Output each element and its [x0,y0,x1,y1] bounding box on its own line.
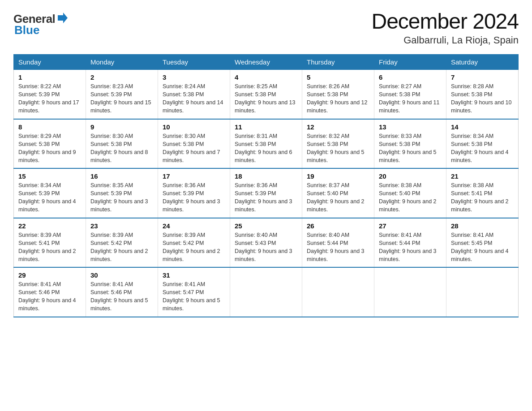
calendar-cell: 1 Sunrise: 8:22 AMSunset: 5:39 PMDayligh… [14,70,86,119]
day-info: Sunrise: 8:39 AMSunset: 5:42 PMDaylight:… [90,231,153,264]
day-info: Sunrise: 8:27 AMSunset: 5:38 PMDaylight:… [379,82,442,115]
day-number: 11 [235,123,297,131]
svg-marker-0 [58,13,68,23]
day-number: 31 [163,271,225,279]
calendar-subtitle: Galbarruli, La Rioja, Spain [371,34,519,46]
calendar-cell: 4 Sunrise: 8:25 AMSunset: 5:38 PMDayligh… [230,70,302,119]
calendar-cell: 29 Sunrise: 8:41 AMSunset: 5:46 PMDaylig… [14,267,86,317]
day-number: 8 [18,123,81,131]
day-info: Sunrise: 8:23 AMSunset: 5:39 PMDaylight:… [90,82,153,115]
day-number: 17 [163,172,225,180]
day-number: 13 [379,123,442,131]
day-info: Sunrise: 8:22 AMSunset: 5:39 PMDaylight:… [18,82,81,115]
calendar-cell [230,267,302,317]
calendar-cell: 5 Sunrise: 8:26 AMSunset: 5:38 PMDayligh… [302,70,374,119]
day-number: 10 [163,123,225,131]
title-block: December 2024 Galbarruli, La Rioja, Spai… [371,9,519,46]
day-info: Sunrise: 8:38 AMSunset: 5:41 PMDaylight:… [451,181,514,214]
calendar-week-row: 8 Sunrise: 8:29 AMSunset: 5:38 PMDayligh… [14,119,519,169]
calendar-title: December 2024 [371,9,519,34]
day-number: 27 [379,222,442,230]
calendar-cell: 15 Sunrise: 8:34 AMSunset: 5:39 PMDaylig… [14,168,86,218]
column-header-wednesday: Wednesday [230,55,302,70]
calendar-cell: 27 Sunrise: 8:41 AMSunset: 5:44 PMDaylig… [374,218,446,268]
calendar-cell: 6 Sunrise: 8:27 AMSunset: 5:38 PMDayligh… [374,70,446,119]
day-number: 20 [379,172,442,180]
day-info: Sunrise: 8:38 AMSunset: 5:40 PMDaylight:… [379,181,442,214]
calendar-cell: 16 Sunrise: 8:35 AMSunset: 5:39 PMDaylig… [86,168,158,218]
calendar-cell: 3 Sunrise: 8:24 AMSunset: 5:38 PMDayligh… [158,70,230,119]
day-number: 15 [18,172,81,180]
calendar-cell: 25 Sunrise: 8:40 AMSunset: 5:43 PMDaylig… [230,218,302,268]
day-number: 30 [90,271,153,279]
calendar-cell: 12 Sunrise: 8:32 AMSunset: 5:38 PMDaylig… [302,119,374,169]
calendar-cell: 28 Sunrise: 8:41 AMSunset: 5:45 PMDaylig… [446,218,519,268]
day-number: 4 [235,73,297,81]
calendar-cell: 2 Sunrise: 8:23 AMSunset: 5:39 PMDayligh… [86,70,158,119]
calendar-cell [302,267,374,317]
day-info: Sunrise: 8:39 AMSunset: 5:41 PMDaylight:… [18,231,81,264]
column-header-monday: Monday [86,55,158,70]
calendar-cell [446,267,519,317]
calendar-cell: 11 Sunrise: 8:31 AMSunset: 5:38 PMDaylig… [230,119,302,169]
day-number: 5 [307,73,369,81]
day-info: Sunrise: 8:30 AMSunset: 5:38 PMDaylight:… [163,132,225,165]
day-number: 22 [18,222,81,230]
day-info: Sunrise: 8:30 AMSunset: 5:38 PMDaylight:… [90,132,153,165]
day-info: Sunrise: 8:24 AMSunset: 5:38 PMDaylight:… [163,82,225,115]
calendar-cell: 21 Sunrise: 8:38 AMSunset: 5:41 PMDaylig… [446,168,519,218]
calendar-week-row: 1 Sunrise: 8:22 AMSunset: 5:39 PMDayligh… [14,70,519,119]
logo-arrow-icon [56,12,69,24]
column-header-saturday: Saturday [446,55,519,70]
day-number: 1 [18,73,81,81]
day-info: Sunrise: 8:35 AMSunset: 5:39 PMDaylight:… [90,181,153,214]
day-info: Sunrise: 8:41 AMSunset: 5:45 PMDaylight:… [451,231,514,264]
calendar-cell: 13 Sunrise: 8:33 AMSunset: 5:38 PMDaylig… [374,119,446,169]
day-number: 14 [451,123,514,131]
day-info: Sunrise: 8:40 AMSunset: 5:43 PMDaylight:… [235,231,297,264]
day-number: 7 [451,73,514,81]
calendar-cell: 22 Sunrise: 8:39 AMSunset: 5:41 PMDaylig… [14,218,86,268]
day-number: 24 [163,222,225,230]
day-number: 26 [307,222,369,230]
calendar-cell: 8 Sunrise: 8:29 AMSunset: 5:38 PMDayligh… [14,119,86,169]
calendar-cell: 26 Sunrise: 8:40 AMSunset: 5:44 PMDaylig… [302,218,374,268]
day-info: Sunrise: 8:36 AMSunset: 5:39 PMDaylight:… [163,181,225,214]
calendar-cell: 24 Sunrise: 8:39 AMSunset: 5:42 PMDaylig… [158,218,230,268]
calendar-cell: 10 Sunrise: 8:30 AMSunset: 5:38 PMDaylig… [158,119,230,169]
day-info: Sunrise: 8:33 AMSunset: 5:38 PMDaylight:… [379,132,442,165]
day-info: Sunrise: 8:34 AMSunset: 5:38 PMDaylight:… [451,132,514,165]
calendar-header-row: SundayMondayTuesdayWednesdayThursdayFrid… [14,55,519,70]
logo: General Blue [13,13,69,36]
day-number: 19 [307,172,369,180]
calendar-cell: 9 Sunrise: 8:30 AMSunset: 5:38 PMDayligh… [86,119,158,169]
day-number: 28 [451,222,514,230]
day-info: Sunrise: 8:41 AMSunset: 5:46 PMDaylight:… [90,280,153,313]
day-info: Sunrise: 8:25 AMSunset: 5:38 PMDaylight:… [235,82,297,115]
day-info: Sunrise: 8:41 AMSunset: 5:44 PMDaylight:… [379,231,442,264]
day-number: 18 [235,172,297,180]
day-info: Sunrise: 8:41 AMSunset: 5:46 PMDaylight:… [18,280,81,313]
day-info: Sunrise: 8:39 AMSunset: 5:42 PMDaylight:… [163,231,225,264]
day-info: Sunrise: 8:41 AMSunset: 5:47 PMDaylight:… [163,280,225,313]
calendar-cell: 31 Sunrise: 8:41 AMSunset: 5:47 PMDaylig… [158,267,230,317]
day-info: Sunrise: 8:26 AMSunset: 5:38 PMDaylight:… [307,82,369,115]
calendar-cell [374,267,446,317]
page-header: General Blue December 2024 Galbarruli, L… [13,9,519,46]
day-number: 2 [90,73,153,81]
day-number: 12 [307,123,369,131]
calendar-table: SundayMondayTuesdayWednesdayThursdayFrid… [13,54,519,317]
day-info: Sunrise: 8:28 AMSunset: 5:38 PMDaylight:… [451,82,514,115]
day-info: Sunrise: 8:32 AMSunset: 5:38 PMDaylight:… [307,132,369,165]
day-info: Sunrise: 8:34 AMSunset: 5:39 PMDaylight:… [18,181,81,214]
day-info: Sunrise: 8:36 AMSunset: 5:39 PMDaylight:… [235,181,297,214]
calendar-cell: 20 Sunrise: 8:38 AMSunset: 5:40 PMDaylig… [374,168,446,218]
column-header-friday: Friday [374,55,446,70]
day-info: Sunrise: 8:37 AMSunset: 5:40 PMDaylight:… [307,181,369,214]
column-header-tuesday: Tuesday [158,55,230,70]
calendar-cell: 14 Sunrise: 8:34 AMSunset: 5:38 PMDaylig… [446,119,519,169]
day-number: 3 [163,73,225,81]
calendar-cell: 17 Sunrise: 8:36 AMSunset: 5:39 PMDaylig… [158,168,230,218]
day-number: 6 [379,73,442,81]
calendar-cell: 30 Sunrise: 8:41 AMSunset: 5:46 PMDaylig… [86,267,158,317]
